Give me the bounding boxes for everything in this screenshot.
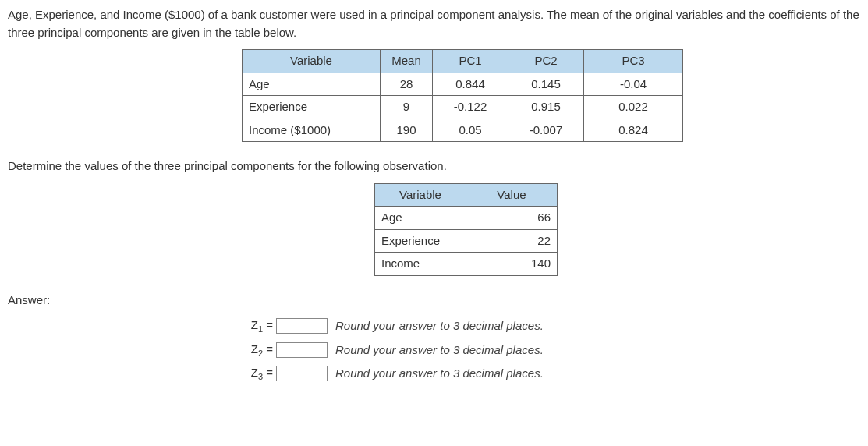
- col-pc3: PC3: [584, 50, 683, 73]
- z3-hint: Round your answer to 3 decimal places.: [335, 365, 544, 383]
- z1-hint: Round your answer to 3 decimal places.: [335, 317, 544, 335]
- observation-table: Variable Value Age 66 Experience 22 Inco…: [374, 183, 558, 276]
- z1-input[interactable]: [276, 318, 328, 334]
- prompt-text: Determine the values of the three princi…: [8, 158, 860, 175]
- col-pc1: PC1: [433, 50, 508, 73]
- answer-row-z3: Z3 = Round your answer to 3 decimal plac…: [242, 364, 860, 384]
- cell-value: 140: [466, 253, 558, 276]
- z2-label: Z2 =: [242, 341, 273, 360]
- cell-pc2: 0.145: [508, 73, 584, 96]
- cell-pc3: -0.04: [584, 73, 683, 96]
- z3-input[interactable]: [276, 366, 328, 381]
- z2-hint: Round your answer to 3 decimal places.: [335, 342, 544, 359]
- cell-pc2: -0.007: [508, 119, 584, 142]
- cell-value: 22: [466, 229, 558, 253]
- cell-value: 66: [466, 207, 558, 230]
- answer-row-z2: Z2 = Round your answer to 3 decimal plac…: [242, 341, 860, 360]
- cell-pc3: 0.824: [584, 119, 683, 142]
- table-row: Experience 9 -0.122 0.915 0.022: [243, 96, 683, 119]
- table-row: Age 28 0.844 0.145 -0.04: [243, 73, 683, 96]
- table-row: Age 66: [375, 207, 558, 230]
- z3-label: Z3 =: [242, 364, 273, 384]
- cell-pc1: 0.05: [433, 119, 508, 142]
- col-pc2: PC2: [508, 50, 584, 73]
- table-header-row: Variable Value: [375, 183, 558, 207]
- intro-text: Age, Experience, and Income ($1000) of a…: [8, 6, 860, 41]
- cell-variable: Experience: [243, 96, 381, 119]
- cell-mean: 28: [381, 73, 433, 96]
- table-header-row: Variable Mean PC1 PC2 PC3: [243, 50, 683, 73]
- cell-variable: Income: [375, 253, 466, 276]
- cell-mean: 9: [381, 96, 433, 119]
- cell-pc2: 0.915: [508, 96, 584, 119]
- col-variable: Variable: [243, 50, 381, 73]
- col-variable: Variable: [375, 183, 466, 207]
- answer-block: Z1 = Round your answer to 3 decimal plac…: [242, 317, 860, 384]
- pca-table: Variable Mean PC1 PC2 PC3 Age 28 0.844 0…: [242, 49, 683, 142]
- cell-variable: Income ($1000): [243, 119, 381, 142]
- cell-variable: Age: [243, 73, 381, 96]
- z2-input[interactable]: [276, 342, 328, 358]
- cell-variable: Age: [375, 207, 466, 230]
- answer-label: Answer:: [8, 292, 860, 310]
- col-mean: Mean: [381, 50, 433, 73]
- cell-mean: 190: [381, 119, 433, 142]
- z1-label: Z1 =: [242, 317, 273, 336]
- cell-pc1: -0.122: [433, 96, 508, 119]
- table-row: Income ($1000) 190 0.05 -0.007 0.824: [243, 119, 683, 142]
- cell-variable: Experience: [375, 229, 466, 253]
- cell-pc3: 0.022: [584, 96, 683, 119]
- table-row: Income 140: [375, 253, 558, 276]
- col-value: Value: [466, 183, 558, 207]
- cell-pc1: 0.844: [433, 73, 508, 96]
- answer-row-z1: Z1 = Round your answer to 3 decimal plac…: [242, 317, 860, 336]
- table-row: Experience 22: [375, 229, 558, 253]
